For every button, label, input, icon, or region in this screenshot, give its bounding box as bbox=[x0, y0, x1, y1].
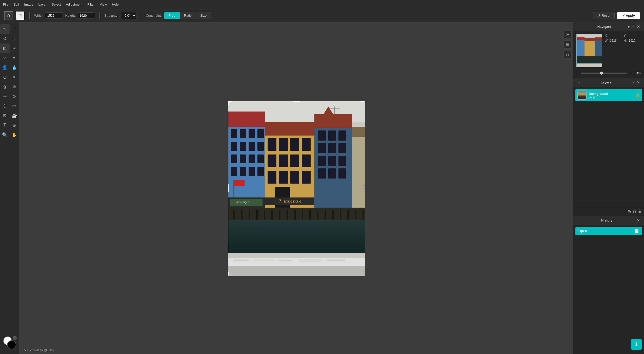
eraser-tool[interactable]: ⊘ bbox=[10, 92, 19, 101]
crop-handle-tl[interactable] bbox=[228, 101, 232, 105]
history-close-button[interactable]: ✕ bbox=[636, 218, 641, 223]
crop-handle-bm[interactable] bbox=[292, 273, 300, 275]
zoom-tool[interactable]: 🔍 bbox=[0, 130, 10, 140]
nav-coords: X: Y: W: 1536 H: 1920 bbox=[605, 34, 641, 42]
rotate-tool[interactable]: ↺ bbox=[0, 34, 10, 43]
svg-rect-13 bbox=[240, 154, 246, 163]
constraint-size[interactable]: Size bbox=[196, 12, 211, 19]
svg-rect-15 bbox=[257, 154, 264, 163]
crop-button[interactable]: ⊡ bbox=[16, 11, 25, 20]
navigate-panel-toggle[interactable]: ➤ bbox=[564, 30, 572, 38]
crop-handle-ml[interactable] bbox=[228, 184, 230, 192]
menu-adjustment[interactable]: Adjustment bbox=[66, 3, 82, 6]
width-input[interactable] bbox=[45, 12, 63, 19]
layer-thumbnail bbox=[577, 91, 587, 100]
pencil-tool[interactable]: ✏ bbox=[0, 92, 10, 101]
menu-view[interactable]: View bbox=[100, 3, 107, 6]
reset-button[interactable]: ↺ Reset bbox=[593, 12, 615, 19]
tool-row-6: ⊙ ⁕ bbox=[0, 72, 19, 82]
blur-tool[interactable]: 👤 bbox=[0, 63, 10, 72]
history-body: Open 📄 bbox=[573, 225, 644, 238]
straighten-label: Straighten: bbox=[104, 14, 120, 17]
menu-help[interactable]: Help bbox=[112, 3, 119, 6]
navigate-send-button[interactable]: ➤ bbox=[626, 24, 631, 29]
apply-button[interactable]: ✓ Apply bbox=[617, 12, 640, 19]
add-layer-button[interactable]: ⊕ bbox=[627, 209, 631, 214]
text-tool[interactable]: T bbox=[0, 120, 10, 130]
bucket-tool[interactable]: ☕ bbox=[10, 111, 19, 120]
menu-filter[interactable]: Filter bbox=[87, 3, 95, 6]
properties-panel-toggle[interactable]: ⊟ bbox=[564, 51, 572, 59]
navigate-header: Navigate ➤ − ✕ bbox=[573, 22, 644, 31]
svg-rect-69 bbox=[279, 210, 280, 220]
dropper-tool[interactable]: 💧 bbox=[10, 63, 19, 72]
svg-rect-3 bbox=[228, 112, 265, 127]
sharpen-tool[interactable]: ⊗ bbox=[10, 82, 19, 92]
marquee-tool[interactable]: ⬚ bbox=[10, 24, 19, 34]
shape-tool[interactable]: ⬡ bbox=[0, 101, 10, 111]
crop-handle-br[interactable] bbox=[361, 272, 364, 275]
layers-close-button[interactable]: ✕ bbox=[636, 80, 641, 85]
reset-label: Reset bbox=[602, 14, 610, 17]
svg-rect-90 bbox=[233, 259, 249, 261]
background-color[interactable] bbox=[7, 340, 16, 349]
tool-row-10: ⊠ ☕ bbox=[0, 111, 19, 120]
crop-handle-mr[interactable] bbox=[362, 184, 364, 192]
height-input[interactable] bbox=[77, 12, 95, 19]
swap-colors-button[interactable]: ↔ bbox=[13, 336, 17, 340]
svg-rect-53 bbox=[338, 156, 346, 166]
constraint-ratio[interactable]: Ratio bbox=[180, 12, 196, 19]
history-minimize-button[interactable]: − bbox=[631, 218, 636, 223]
constraint-field: Constraint: Free Ratio Size bbox=[146, 12, 211, 19]
cut-tool[interactable]: ✂ bbox=[10, 43, 19, 53]
menu-file[interactable]: File bbox=[3, 3, 8, 6]
svg-rect-77 bbox=[340, 210, 341, 220]
svg-rect-28 bbox=[279, 138, 288, 151]
dodge-tool[interactable]: ⊙ bbox=[0, 72, 10, 82]
delete-layer-button[interactable]: 🗑 bbox=[637, 209, 642, 214]
crop-tool[interactable]: ⊡ bbox=[0, 43, 10, 53]
constraint-free[interactable]: Free bbox=[164, 12, 180, 19]
zoom-minus-button[interactable]: − bbox=[576, 71, 579, 75]
nav-h-value: 1920 bbox=[629, 39, 636, 42]
select-tool[interactable]: ↖ bbox=[0, 24, 10, 34]
gradient-tool[interactable]: ◑ bbox=[0, 82, 10, 92]
spot-heal-tool[interactable]: ⊹ bbox=[10, 34, 19, 43]
eyedropper-tool[interactable]: ✒ bbox=[10, 53, 19, 63]
tool-row-9: ⬡ ▭ bbox=[0, 101, 19, 111]
svg-rect-35 bbox=[268, 171, 276, 184]
rectangle-tool[interactable]: ▭ bbox=[10, 101, 19, 111]
layers-more-button[interactable]: ··· bbox=[576, 80, 581, 84]
navigate-minimize-button[interactable]: − bbox=[631, 25, 636, 29]
menu-image[interactable]: Image bbox=[24, 3, 33, 6]
history-item[interactable]: Open 📄 bbox=[575, 227, 642, 235]
right-icons: ➤ ⊞ ⊟ bbox=[564, 30, 572, 59]
crop-handle-tr[interactable] bbox=[361, 101, 364, 105]
svg-rect-26 bbox=[265, 122, 314, 136]
layer-item[interactable]: Background Image 🔒 bbox=[575, 89, 642, 101]
color-sampler-tool[interactable]: ⊕ bbox=[10, 120, 19, 130]
nav-y-row: Y: bbox=[624, 34, 641, 37]
tool-row-11: T ⊕ bbox=[0, 120, 19, 130]
crop-handle-tm[interactable] bbox=[292, 101, 300, 103]
home-button[interactable]: ⌂ bbox=[4, 11, 13, 20]
menu-layer[interactable]: Layer bbox=[38, 3, 47, 6]
crop-handle-bl[interactable] bbox=[228, 272, 232, 275]
zoom-plus-button[interactable]: + bbox=[629, 71, 631, 75]
hand-tool[interactable]: ✋ bbox=[10, 130, 19, 140]
layers-panel-toggle[interactable]: ⊞ bbox=[564, 40, 572, 49]
navigate-close-button[interactable]: ✕ bbox=[636, 24, 641, 29]
straighten-select[interactable]: 0.0° bbox=[122, 12, 136, 19]
zoom-slider[interactable] bbox=[581, 73, 627, 74]
svg-rect-80 bbox=[363, 210, 364, 220]
svg-rect-51 bbox=[318, 156, 326, 166]
heal-tool[interactable]: ≋ bbox=[0, 53, 10, 63]
download-button[interactable]: ⬇ bbox=[631, 339, 642, 350]
duplicate-layer-button[interactable]: ⧉ bbox=[633, 209, 636, 214]
stamp-tool[interactable]: ⊠ bbox=[0, 111, 10, 120]
menu-edit[interactable]: Edit bbox=[13, 3, 19, 6]
menu-select[interactable]: Select bbox=[52, 3, 61, 6]
layers-minimize-button[interactable]: − bbox=[631, 80, 636, 85]
pattern-tool[interactable]: ⁕ bbox=[10, 72, 19, 82]
svg-rect-50 bbox=[338, 143, 346, 153]
